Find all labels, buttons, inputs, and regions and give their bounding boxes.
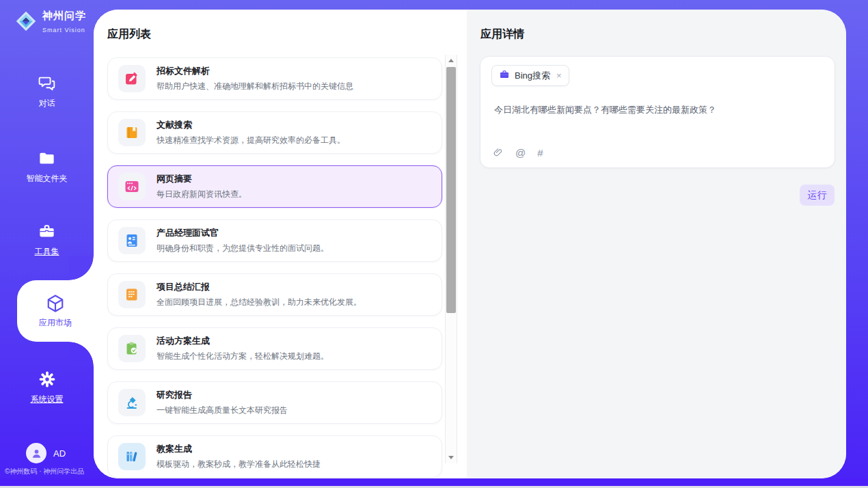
sidebar-item-chat[interactable]: 对话 [0,74,94,109]
brand-diamond-icon [15,10,37,35]
sidebar-item-toolbox[interactable]: 工具集 [0,222,94,258]
app-list-item[interactable]: 活动方案生成 智能生成个性化活动方案，轻松解决规划难题。 [107,327,442,370]
app-list-item[interactable]: 产品经理面试官 明确身份和职责，为您提供专业性的面试问题。 [107,219,442,262]
app-description: 帮助用户快速、准确地理解和解析招标书中的关键信息 [157,81,353,92]
run-button[interactable]: 运行 [800,185,835,206]
app-name: 招标文件解析 [157,65,353,77]
brand-subtitle: Smart Vision [42,27,85,33]
active-notch-bottom [69,342,94,366]
note-icon [118,281,146,308]
research-icon [118,389,146,416]
sidebar-item-label: 智能文件夹 [0,173,94,185]
app-list-item[interactable]: 项目总结汇报 全面回顾项目进展，总结经验教训，助力未来优化发展。 [107,273,442,316]
clipboard-icon [118,335,146,362]
app-description: 智能生成个性化活动方案，轻松解决规划难题。 [157,351,329,362]
mention-icon[interactable]: @ [515,147,526,159]
tool-chip-bing-search[interactable]: Bing搜索 × [491,65,569,86]
sidebar-item-label: 应用市场 [39,317,72,329]
sidebar: 神州问学 Smart Vision AD ©神州数码 · 神州问学出品 对话 智… [0,0,94,478]
app-detail-panel: 应用详情 Bing搜索 × 今日湖北有哪些新闻要点？有哪些需要关注的最新政策？ [467,10,846,478]
attachment-icon[interactable] [493,146,504,159]
app-description: 一键智能生成高质量长文本研究报告 [157,405,288,416]
sidebar-item-label: 系统设置 [0,394,94,405]
app-list-item[interactable]: 教案生成 模板驱动，教案秒成，教学准备从此轻松快捷 [107,435,442,478]
book-icon [118,119,146,146]
bottom-bar [0,478,868,486]
user-avatar[interactable] [26,443,46,463]
scroll-up-icon[interactable] [448,59,454,62]
tool-chip-label: Bing搜索 [515,70,550,82]
sidebar-item-marketplace[interactable]: 应用市场 [17,280,94,342]
app-list-item[interactable]: 网页摘要 每日政府新闻资讯快查。 [107,165,442,208]
app-list-panel: 应用列表 招标文件解析 帮助用户快速、准确地理解和解析招标书中的关键信息 文献搜… [94,10,467,478]
folder-icon [0,149,94,170]
doc-edit-icon [118,65,146,92]
app-description: 全面回顾项目进展，总结经验教训，助力未来优化发展。 [157,297,362,308]
app-description: 明确身份和职责，为您提供专业性的面试问题。 [157,243,329,254]
scrollbar-thumb[interactable] [446,67,456,313]
app-description: 快速精准查找学术资源，提高研究效率的必备工具。 [157,135,345,146]
app-name: 文献搜索 [157,119,345,131]
app-list-item[interactable]: 研究报告 一键智能生成高质量长文本研究报告 [107,381,442,424]
app-list-item[interactable]: 文献搜索 快速精准查找学术资源，提高研究效率的必备工具。 [107,111,442,154]
app-name: 项目总结汇报 [157,281,362,293]
prompt-card: Bing搜索 × 今日湖北有哪些新闻要点？有哪些需要关注的最新政策？ @ # [480,56,835,168]
app-name: 教案生成 [157,443,321,455]
chip-close-icon[interactable]: × [556,70,562,81]
app-name: 研究报告 [157,389,288,401]
app-name: 产品经理面试官 [157,227,329,239]
user-initials: AD [53,448,66,459]
cube-icon [45,293,66,314]
app-description: 每日政府新闻资讯快查。 [157,189,247,200]
logo: 神州问学 Smart Vision [15,10,86,35]
active-notch-top [69,256,94,280]
app-detail-title: 应用详情 [480,27,524,42]
list-scrollbar[interactable] [445,55,457,463]
browser-icon [118,173,146,200]
app-name: 网页摘要 [157,173,247,185]
person-icon [30,447,43,460]
books-icon [118,443,146,470]
hash-icon[interactable]: # [537,147,543,159]
copyright-text: ©神州数码 · 神州问学出品 [5,467,94,476]
scroll-down-icon[interactable] [448,456,454,459]
main-panel: 应用列表 招标文件解析 帮助用户快速、准确地理解和解析招标书中的关键信息 文献搜… [94,10,846,478]
sidebar-item-settings[interactable]: 系统设置 [0,370,94,405]
app-list-title: 应用列表 [107,27,151,42]
prompt-text[interactable]: 今日湖北有哪些新闻要点？有哪些需要关注的最新政策？ [494,104,821,116]
app-description: 模板驱动，教案秒成，教学准备从此轻松快捷 [157,459,321,470]
toolbox-icon [0,222,94,243]
interview-icon [118,227,146,254]
sidebar-item-label: 对话 [0,98,94,109]
app-name: 活动方案生成 [157,335,329,347]
briefcase-icon [499,69,510,83]
brand-title: 神州问学 [42,10,86,21]
gear-icon [0,370,94,390]
chat-icon [0,74,94,94]
sidebar-item-folders[interactable]: 智能文件夹 [0,149,94,185]
app-list-item[interactable]: 招标文件解析 帮助用户快速、准确地理解和解析招标书中的关键信息 [107,57,442,100]
